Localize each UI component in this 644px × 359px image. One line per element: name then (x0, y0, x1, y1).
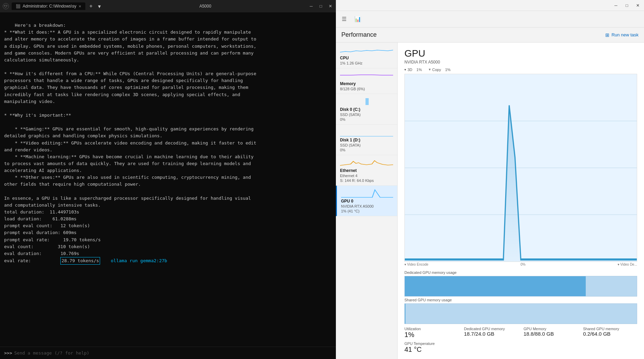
sidebar-item-gpu0[interactable]: GPU 0 NVIDIA RTX A5000 1% (41 °C) (336, 186, 397, 216)
taskman-close-button[interactable]: ✕ (634, 2, 641, 9)
3d-graph-label: ▾ Video Encode (404, 263, 428, 266)
metric-3d-label: 3D (408, 68, 412, 72)
svg-marker-4 (405, 105, 637, 262)
gpu-memory-value: 18.8/88.0 GB (524, 331, 578, 337)
dedicated-mem-label: Dedicated GPU memory usage (404, 270, 637, 275)
gpu-temperature-label: GPU Temperature (404, 341, 459, 346)
hamburger-icon[interactable]: ☰ (340, 15, 348, 23)
terminal-output: Here's a breakdown: * **What it does:** … (0, 12, 336, 347)
stats-block: total duration: 11.4497103s load duratio… (4, 209, 167, 263)
utilization-value: 1% (404, 331, 459, 339)
terminal-titlebar: 🛡 ⬛ Administrator: C:\Windows\sy ✕ + ▾ A… (0, 0, 336, 12)
gpu-temperature-value: 41 °C (404, 346, 459, 354)
sidebar-item-ethernet[interactable]: Ethernet Ethernet 4 S: 144 R: 64.0 Kbps (336, 155, 397, 186)
sidebar-item-disk1[interactable]: Disk 1 (D:) SSD (SATA) 0% (336, 125, 397, 155)
performance-title: Performance (341, 31, 377, 38)
gpu0-mini-graph (341, 188, 393, 198)
ethernet-mini-graph (340, 158, 393, 167)
disk1-sub: SSD (SATA) (340, 143, 393, 147)
disk1-val: 0% (340, 148, 393, 152)
output-content: * **What it does:** A GPU is a specializ… (4, 30, 256, 208)
metric-3d: ▾ 3D 1% ▾ Copy 1% (404, 67, 451, 72)
dropdown-button[interactable]: ▾ (97, 3, 102, 10)
memory-label: Memory (340, 81, 393, 86)
disk0-sub: SSD (SATA) (340, 113, 393, 117)
3d-graph-value: 0% (521, 263, 525, 266)
stat-prompt-eval-rate-label: prompt eval rate: (4, 237, 50, 242)
taskmanager-toolbar: ☰ 📊 (336, 11, 644, 27)
gpu-memory-label: GPU Memory (524, 327, 578, 331)
taskman-maximize-button[interactable]: □ (623, 2, 630, 9)
disk1-label: Disk 1 (D:) (340, 138, 393, 142)
chart-icon[interactable]: 📊 (354, 15, 362, 23)
gpu0-val: 1% (41 °C) (341, 209, 393, 213)
metric-3d-value: 1% (416, 68, 422, 72)
stat-load-duration-value: 61.0288ms (52, 216, 76, 221)
gpu-stats-grid: Utilization 1% Dedicated GPU memory 18.7… (404, 327, 637, 354)
utilization-label: Utilization (404, 327, 459, 331)
performance-sidebar: CPU 1% 1.26 GHz Memory 8/128 GB (6%) (336, 43, 398, 359)
shared-mem-label: Shared GPU memory usage (404, 298, 637, 302)
stat-prompt-eval-rate-value: 19.70 tokens/s (63, 237, 101, 242)
output-intro: Here's a breakdown: (15, 23, 66, 28)
sidebar-item-cpu[interactable]: CPU 1% 1.26 GHz (336, 43, 397, 68)
metric-copy-label: Copy (432, 68, 441, 72)
stat-prompt-eval-duration-label: prompt eval duration: (4, 230, 60, 235)
stat-gpu-temperature: GPU Temperature 41 °C (404, 341, 459, 354)
cpu-sub: 1% 1.26 GHz (340, 61, 393, 65)
3d-graph-bottom: ▾ Video Encode 0% ▾ Video De... (404, 263, 637, 266)
ethernet-val: S: 144 R: 64.0 Kbps (340, 178, 393, 183)
sidebar-item-memory[interactable]: Memory 8/128 GB (6%) (336, 68, 397, 94)
sidebar-item-disk0[interactable]: Disk 0 (C:) SSD (SATA) 0% (336, 94, 397, 125)
close-button[interactable]: ✕ (328, 3, 333, 9)
disk0-mini-graph (340, 97, 393, 106)
maximize-button[interactable]: □ (318, 3, 324, 9)
new-tab-button[interactable]: + (88, 3, 94, 9)
run-new-task-label: Run new task (611, 32, 639, 37)
dedicated-mem-bar (404, 276, 637, 297)
gpu-title-row: GPU NVIDIA RTX A5000 (404, 48, 637, 65)
memory-sub: 8/128 GB (6%) (340, 87, 393, 91)
terminal-tab[interactable]: ⬛ Administrator: C:\Windows\sy ✕ (12, 2, 85, 10)
terminal-input[interactable] (14, 350, 332, 356)
terminal-input-row: >>> (0, 347, 336, 359)
dedicated-gpu-mem-value: 18.7/24.0 GB (464, 331, 518, 337)
cpu-label: CPU (340, 56, 393, 60)
terminal-tab-label: Administrator: C:\Windows\sy (23, 4, 76, 9)
minimize-button[interactable]: ─ (308, 3, 314, 9)
stat-eval-rate-label: eval rate: (4, 258, 31, 263)
ollama-cmd: ollama run gemma2:27b (111, 258, 167, 263)
stat-eval-duration-label: eval duration: (4, 251, 42, 256)
stat-eval-count-label: eval count: (4, 244, 34, 249)
terminal-panel: 🛡 ⬛ Administrator: C:\Windows\sy ✕ + ▾ A… (0, 0, 336, 359)
shared-gpu-mem-value: 0.2/64.0 GB (583, 331, 637, 337)
taskmanager-header: Performance ⊞ Run new task (336, 27, 644, 43)
taskmanager-titlebar: ─ □ ✕ (336, 0, 644, 11)
run-new-task-button[interactable]: ⊞ Run new task (605, 32, 639, 38)
stat-gpu-memory: GPU Memory 18.8/88.0 GB (524, 327, 578, 339)
taskmanager-body: CPU 1% 1.26 GHz Memory 8/128 GB (6%) (336, 43, 644, 359)
metric-copy-value: 1% (445, 68, 451, 72)
gpu-title: GPU (404, 48, 440, 59)
taskman-minimize-button[interactable]: ─ (612, 2, 619, 9)
stat-prompt-eval-duration-value: 609ms (63, 230, 76, 235)
stat-total-duration-value: 11.4497103s (50, 209, 79, 215)
disk0-label: Disk 0 (C:) (340, 107, 393, 112)
terminal-shield-icon: 🛡 (3, 3, 9, 9)
tab-close-icon[interactable]: ✕ (78, 4, 81, 8)
gpu-3d-graph-block: ▾ Video Encode 0% ▾ Video De... (404, 74, 637, 266)
stat-load-duration-label: load duration: (4, 216, 42, 221)
cpu-mini-graph (340, 45, 393, 55)
gpu-info-section: Dedicated GPU memory usage Shared GPU me… (404, 270, 637, 354)
dedicated-mem-bar-fill (405, 276, 586, 296)
terminal-window-controls: ─ □ ✕ (308, 3, 333, 9)
shared-gpu-mem-label: Shared GPU memory (583, 327, 637, 331)
stat-utilization: Utilization 1% (404, 327, 459, 339)
stat-shared-gpu-mem: Shared GPU memory 0.2/64.0 GB (583, 327, 637, 339)
stat-dedicated-gpu-mem: Dedicated GPU memory 18.7/24.0 GB (464, 327, 518, 339)
disk1-mini-graph (340, 127, 393, 137)
gpu-3d-graph (404, 74, 637, 262)
run-task-icon: ⊞ (605, 32, 609, 38)
gpu0-label: GPU 0 (341, 199, 393, 204)
gpu-subtitle: NVIDIA RTX A5000 (404, 60, 440, 65)
